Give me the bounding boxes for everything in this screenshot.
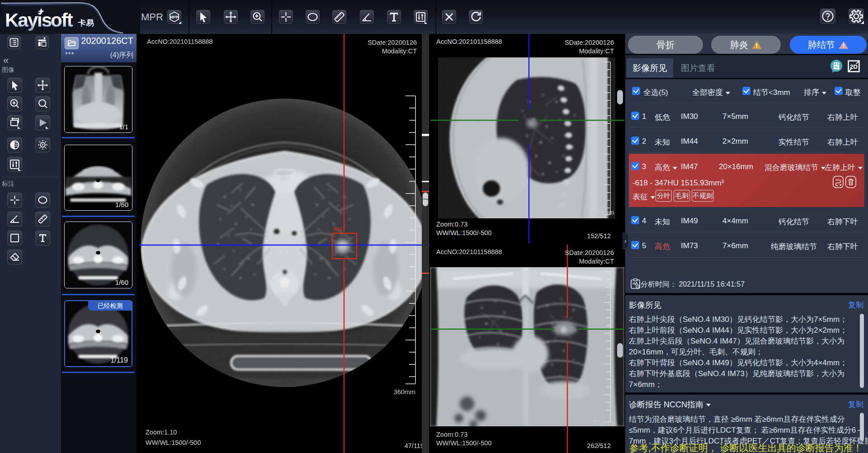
svg-text:MPR: MPR bbox=[170, 14, 179, 19]
svg-text:IM47: IM47 bbox=[333, 226, 345, 232]
svg-text:360mm: 360mm bbox=[394, 388, 415, 396]
svg-text:Kayisoft: Kayisoft bbox=[5, 9, 73, 31]
svg-text:卡易: 卡易 bbox=[78, 19, 94, 28]
svg-text:270mm: 270mm bbox=[593, 419, 615, 426]
svg-text:2D: 2D bbox=[850, 63, 858, 70]
svg-text:270mm: 270mm bbox=[592, 209, 614, 216]
